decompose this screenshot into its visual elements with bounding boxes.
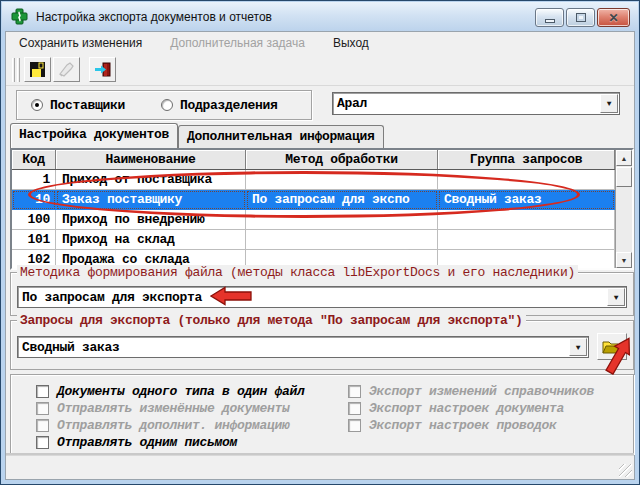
- checkbox-icon: [36, 419, 49, 432]
- title-bar[interactable]: Настройка экспорта документов и отчетов …: [2, 2, 638, 31]
- checkbox-label: Отправлять дополнит. информацию: [57, 418, 290, 433]
- cell-name: Приход на склад: [56, 230, 246, 250]
- options-groupbox: Документы одного типа в один файл Отправ…: [10, 374, 634, 454]
- minimize-icon: [545, 19, 555, 23]
- table-row[interactable]: 101 Приход на склад: [12, 230, 615, 250]
- organization-combobox[interactable]: Арал ▼: [332, 92, 620, 115]
- maximize-icon: [576, 13, 586, 22]
- checkbox-export-doc-settings: Экспорт настроек документа: [348, 401, 564, 416]
- scroll-up-icon[interactable]: ▲: [616, 150, 632, 166]
- app-window: Настройка экспорта документов и отчетов …: [0, 0, 640, 485]
- resize-grip[interactable]: [619, 464, 632, 477]
- cell-method: [246, 170, 438, 190]
- cell-code: 10: [12, 190, 56, 210]
- documents-grid: Код Наименование Метод обработки Группа …: [10, 148, 634, 270]
- cell-method: [246, 210, 438, 230]
- open-folder-icon: [602, 339, 622, 355]
- vertical-scrollbar[interactable]: ▲ ▼: [615, 150, 632, 268]
- cell-group: [438, 230, 615, 250]
- col-header-code[interactable]: Код: [12, 150, 56, 169]
- menu-extra-task: Дополнительная задача: [167, 34, 308, 52]
- grid-header-row: Код Наименование Метод обработки Группа …: [12, 150, 615, 170]
- minimize-button[interactable]: [535, 8, 564, 27]
- method-combobox[interactable]: По запросам для экспорта ▼: [17, 286, 627, 308]
- menu-bar: Сохранить изменения Дополнительная задач…: [6, 32, 634, 54]
- checkbox-send-additional-info: Отправлять дополнит. информацию: [36, 418, 290, 433]
- checkbox-export-posting-settings: Экспорт настроек проводок: [348, 418, 557, 433]
- cell-code: 101: [12, 230, 56, 250]
- table-row[interactable]: 1 Приход от поставщика: [12, 170, 615, 190]
- method-value: По запросам для экспорта: [18, 290, 606, 305]
- col-header-group[interactable]: Группа запросов: [438, 150, 615, 169]
- cell-name: Заказ поставщику: [56, 190, 246, 210]
- checkbox-label: Документы одного типа в один файл: [57, 384, 305, 399]
- scroll-down-icon[interactable]: ▼: [616, 252, 632, 268]
- hand-task-icon: [58, 61, 75, 78]
- toolbar: [6, 54, 634, 86]
- checkbox-icon: [36, 402, 49, 415]
- tab-bar: Настройка документов Дополнительная инфо…: [10, 124, 384, 148]
- radio-suppliers-label: Поставщики: [50, 98, 125, 113]
- scrollbar-thumb[interactable]: [616, 167, 632, 187]
- toolbar-gripper: [17, 58, 20, 82]
- cell-group: Сводный заказ: [438, 190, 615, 210]
- cell-code: 1: [12, 170, 56, 190]
- method-groupbox-caption: Методика формирования файла (методы клас…: [17, 265, 578, 280]
- door-exit-icon: [94, 61, 112, 78]
- client-area: Сохранить изменения Дополнительная задач…: [5, 31, 635, 480]
- queries-value: Сводный заказ: [18, 340, 568, 355]
- close-button[interactable]: ✕: [597, 8, 630, 27]
- green-cross-icon: [11, 8, 28, 25]
- chevron-down-icon[interactable]: ▼: [607, 288, 625, 306]
- chevron-down-icon[interactable]: ▼: [569, 338, 587, 356]
- floppy-disk-icon: [29, 61, 46, 78]
- checkbox-icon: [348, 402, 361, 415]
- checkbox-send-changed-docs: Отправлять изменённые документы: [36, 401, 290, 416]
- table-row[interactable]: 100 Приход по внедрению: [12, 210, 615, 230]
- tab-additional-info[interactable]: Дополнительная информация: [178, 125, 384, 148]
- maximize-button[interactable]: [566, 8, 595, 27]
- checkbox-label: Экспорт изменений справочников: [369, 384, 594, 399]
- checkbox-export-dict-changes: Экспорт изменений справочников: [348, 384, 594, 399]
- queries-combobox[interactable]: Сводный заказ ▼: [17, 336, 589, 358]
- checkbox-label: Отправлять одним письмом: [57, 435, 237, 450]
- cell-group: [438, 210, 615, 230]
- checkbox-icon: [348, 385, 361, 398]
- checkbox-icon: [348, 419, 361, 432]
- method-groupbox: Методика формирования файла (методы клас…: [10, 272, 634, 316]
- col-header-method[interactable]: Метод обработки: [246, 150, 438, 169]
- organization-value: Арал: [333, 96, 599, 111]
- menu-exit[interactable]: Выход: [330, 34, 372, 52]
- tab-document-settings[interactable]: Настройка документов: [10, 123, 178, 148]
- checkbox-label: Экспорт настроек документа: [369, 401, 564, 416]
- table-row-selected[interactable]: 10 Заказ поставщику По запросам для эксп…: [12, 190, 615, 210]
- toolbar-gripper: [12, 58, 15, 82]
- checkbox-label: Отправлять изменённые документы: [57, 401, 290, 416]
- radio-departments-label: Подразделения: [180, 98, 278, 113]
- status-bar: [6, 455, 634, 479]
- cell-group: [438, 170, 615, 190]
- open-folder-button[interactable]: [597, 333, 627, 360]
- checkbox-icon: [36, 385, 49, 398]
- cell-code: 100: [12, 210, 56, 230]
- radio-icon: [31, 99, 43, 111]
- window-title: Настройка экспорта документов и отчетов: [36, 10, 272, 24]
- menu-save-changes[interactable]: Сохранить изменения: [16, 34, 145, 52]
- radio-suppliers[interactable]: Поставщики: [31, 98, 125, 113]
- queries-groupbox: Запросы для экспорта (только для метода …: [10, 320, 634, 370]
- checkbox-label: Экспорт настроек проводок: [369, 418, 557, 433]
- cell-name: Приход от поставщика: [56, 170, 246, 190]
- checkbox-icon: [36, 436, 49, 449]
- org-type-groupbox: Поставщики Подразделения: [16, 90, 312, 120]
- radio-icon: [161, 99, 173, 111]
- exit-button[interactable]: [89, 57, 116, 82]
- radio-departments[interactable]: Подразделения: [161, 98, 278, 113]
- col-header-name[interactable]: Наименование: [56, 150, 246, 169]
- checkbox-send-single-letter[interactable]: Отправлять одним письмом: [36, 435, 237, 450]
- cell-method: [246, 230, 438, 250]
- chevron-down-icon[interactable]: ▼: [600, 94, 618, 113]
- extra-task-button: [53, 57, 80, 82]
- checkbox-one-file[interactable]: Документы одного типа в один файл: [36, 384, 305, 399]
- close-icon: ✕: [608, 11, 618, 25]
- save-button[interactable]: [24, 57, 51, 82]
